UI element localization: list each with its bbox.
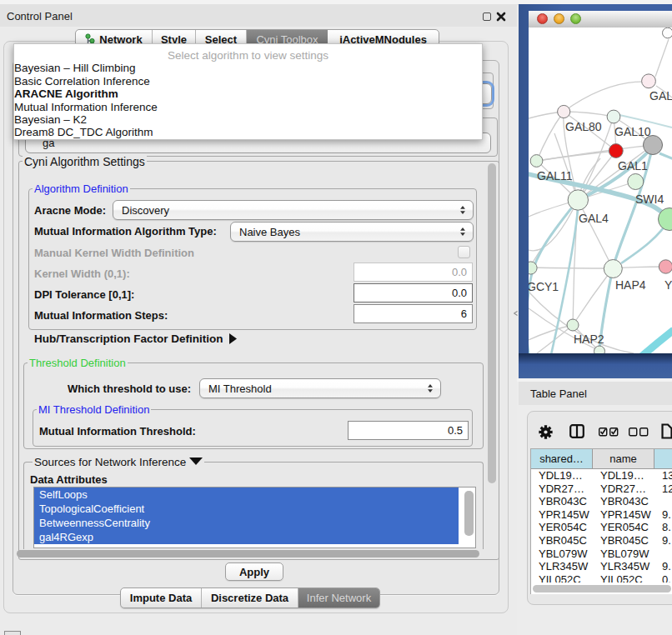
svg-text:HAP2: HAP2 [574, 332, 604, 346]
svg-text:Y: Y [664, 278, 672, 292]
svg-text:GAL: GAL [649, 89, 672, 102]
svg-text:GCY1: GCY1 [529, 280, 559, 293]
svg-text:GAL80: GAL80 [565, 120, 602, 133]
svg-text:SWI4: SWI4 [635, 192, 664, 206]
svg-text:GAL10: GAL10 [614, 125, 651, 138]
svg-text:GAL1: GAL1 [618, 159, 648, 172]
svg-text:GAL11: GAL11 [537, 169, 573, 182]
svg-text:HAP4: HAP4 [615, 278, 646, 292]
svg-text:GAL4: GAL4 [579, 212, 609, 225]
